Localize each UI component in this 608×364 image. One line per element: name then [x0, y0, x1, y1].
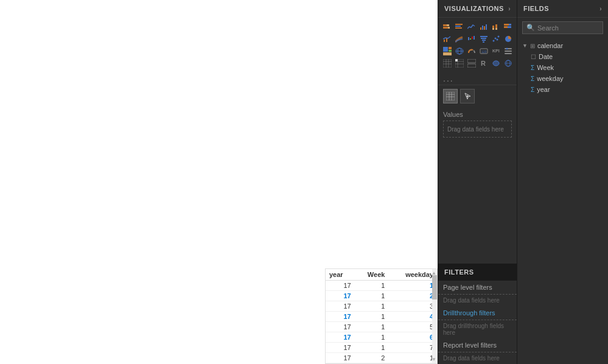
cell-week: 1 — [355, 312, 389, 322]
report-drag-zone[interactable]: Drag data fields here — [438, 352, 517, 364]
matrix-icon[interactable] — [454, 58, 465, 69]
svg-rect-18 — [508, 26, 511, 28]
drillthrough-drag-zone[interactable]: Drag drillthrough fields here — [438, 320, 517, 338]
col-week: Week — [355, 269, 389, 281]
scroll-up-arrow[interactable]: ▲ — [432, 270, 436, 276]
svg-rect-14 — [495, 28, 497, 30]
scatter-icon[interactable] — [491, 33, 501, 44]
cell-weekday: 7 — [388, 343, 437, 353]
100pct-bar-icon[interactable] — [503, 21, 514, 32]
field-tree: ▼ ⊞ calendar ☐ Date Σ Week Σ weekday Σ — [517, 38, 608, 364]
svg-rect-9 — [484, 26, 485, 30]
svg-text:KPI: KPI — [492, 49, 500, 53]
card-icon[interactable]: 123 — [478, 46, 489, 57]
table-row: 17 1 4 — [326, 312, 437, 322]
page-drag-zone[interactable]: Drag data fields here — [438, 294, 517, 306]
svg-rect-23 — [472, 37, 473, 39]
line-chart-icon[interactable] — [466, 21, 477, 32]
calendar-field-icon: ☐ — [531, 54, 536, 60]
svg-rect-46 — [505, 51, 512, 52]
slicer-icon[interactable] — [503, 46, 514, 57]
format-sub-icon[interactable] — [460, 89, 475, 103]
drillthrough-filters[interactable]: Drillthrough filters — [438, 306, 517, 320]
fields-sub-icon[interactable] — [443, 89, 458, 103]
visualizations-chevron[interactable]: › — [508, 5, 511, 12]
globe-icon[interactable] — [503, 58, 514, 69]
field-year[interactable]: Σ year — [517, 84, 608, 95]
search-box[interactable]: 🔍 — [522, 21, 603, 34]
cell-week: 1 — [355, 322, 389, 332]
clustered-bar-icon[interactable] — [454, 21, 465, 32]
values-drop-zone[interactable]: Drag data fields here — [443, 121, 512, 138]
svg-rect-37 — [443, 52, 452, 55]
sigma-weekday-icon: Σ — [531, 75, 534, 82]
gauge-icon[interactable] — [466, 46, 477, 57]
svg-rect-1 — [447, 24, 449, 26]
search-input[interactable] — [537, 24, 608, 32]
field-group-calendar-header[interactable]: ▼ ⊞ calendar — [517, 40, 608, 51]
cell-year: 17 — [326, 301, 355, 312]
svg-rect-10 — [486, 24, 487, 30]
svg-rect-5 — [455, 26, 461, 27]
stacked-col-icon[interactable] — [491, 21, 501, 32]
treemap-icon[interactable] — [442, 46, 453, 57]
map-icon[interactable] — [454, 46, 465, 57]
funnel-icon[interactable] — [478, 33, 489, 44]
scroll-down-arrow[interactable]: ▼ — [432, 357, 436, 362]
cell-year: 17 — [326, 322, 355, 332]
canvas-area: year Week weekday 17 1 1 17 1 2 17 1 3 1… — [0, 0, 438, 364]
filters-header: FILTERS — [438, 264, 517, 281]
viz-more[interactable]: ... — [438, 72, 517, 85]
field-date[interactable]: ☐ Date — [517, 51, 608, 62]
table-row: 17 1 7 — [326, 343, 437, 353]
svg-text:R: R — [481, 60, 486, 67]
search-icon: 🔍 — [526, 24, 535, 32]
filters-panel: FILTERS Page level filters Drag data fie… — [438, 264, 517, 364]
cell-weekday: 6 — [388, 332, 437, 343]
svg-rect-59 — [467, 59, 476, 63]
stacked-bar-icon[interactable] — [442, 21, 453, 32]
field-week[interactable]: Σ Week — [517, 62, 608, 73]
kpi-icon[interactable]: KPI — [491, 46, 501, 57]
r-visual-icon[interactable]: R — [478, 58, 489, 69]
filled-map-icon[interactable] — [491, 58, 501, 69]
visualizations-title: VISUALIZATIONS — [444, 5, 504, 12]
cell-weekday: 2 — [388, 291, 437, 301]
svg-rect-67 — [446, 92, 455, 100]
ribbon-chart-icon[interactable] — [454, 33, 465, 44]
svg-point-72 — [467, 96, 469, 97]
field-weekday[interactable]: Σ weekday — [517, 73, 608, 84]
svg-rect-28 — [483, 41, 484, 43]
svg-rect-35 — [449, 47, 452, 49]
group-name-calendar: calendar — [537, 42, 563, 49]
svg-rect-16 — [509, 24, 511, 26]
col-weekday: weekday — [388, 269, 437, 281]
cell-year: 17 — [326, 343, 355, 353]
svg-rect-8 — [482, 26, 483, 30]
cell-year: 17 — [326, 281, 355, 291]
pie-chart-icon[interactable] — [503, 33, 514, 44]
cell-weekday: 4 — [388, 312, 437, 322]
cell-weekday: 5 — [388, 322, 437, 332]
multirow-card-icon[interactable] — [466, 58, 477, 69]
cell-year: 17 — [326, 332, 355, 343]
fields-title: FIELDS — [523, 5, 549, 12]
svg-rect-0 — [443, 24, 447, 26]
fields-chevron[interactable]: › — [599, 5, 602, 12]
waterfall-icon[interactable] — [466, 33, 477, 44]
svg-rect-49 — [443, 59, 452, 68]
cell-week: 1 — [355, 343, 389, 353]
clustered-col-icon[interactable] — [478, 21, 489, 32]
field-year-label: year — [537, 86, 550, 93]
svg-rect-21 — [468, 37, 469, 40]
field-week-label: Week — [537, 64, 554, 71]
svg-rect-60 — [467, 64, 476, 68]
values-label: Values — [443, 111, 512, 118]
line-clustered-icon[interactable] — [442, 33, 453, 44]
svg-rect-36 — [449, 50, 452, 52]
svg-rect-19 — [444, 40, 445, 42]
svg-rect-24 — [473, 36, 475, 40]
svg-rect-6 — [455, 27, 462, 29]
table-viz-icon[interactable] — [442, 58, 453, 69]
svg-rect-7 — [480, 27, 481, 30]
